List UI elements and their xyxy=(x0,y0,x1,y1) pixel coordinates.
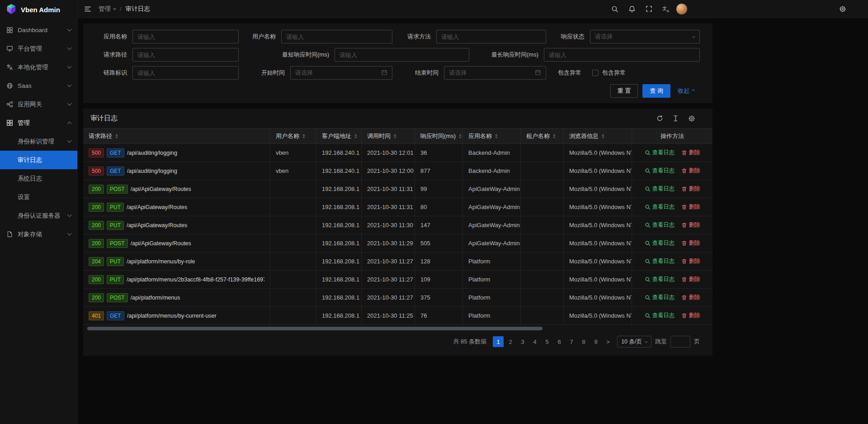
sidebar-item-system-log[interactable]: 系统日志 xyxy=(0,169,77,188)
cell-response-time: 375 xyxy=(415,289,463,306)
column-header-ip[interactable]: 客户端地址 xyxy=(316,129,362,143)
sidebar-item-audit-log[interactable]: 审计日志 xyxy=(0,151,77,169)
view-log-button[interactable]: 查看日志 xyxy=(645,239,675,247)
page-button-3[interactable]: 3 xyxy=(517,336,528,347)
sort-icon[interactable] xyxy=(302,134,305,138)
end-time-picker[interactable]: 请选择 xyxy=(444,66,546,80)
delete-button[interactable]: 删除 xyxy=(681,167,700,175)
horizontal-scrollbar[interactable] xyxy=(86,327,710,330)
column-header-time[interactable]: 调用时间 xyxy=(362,129,415,143)
delete-button[interactable]: 删除 xyxy=(681,149,700,157)
column-header-tenant[interactable]: 租户名称 xyxy=(521,129,564,143)
column-header-path[interactable]: 请求路径 xyxy=(83,129,270,143)
page-button-8[interactable]: 8 xyxy=(578,336,589,347)
table-row: 204PUT/api/platform/menus/by-role192.168… xyxy=(83,252,712,271)
view-log-button[interactable]: 查看日志 xyxy=(645,167,675,175)
saas-icon xyxy=(6,82,14,90)
sort-icon[interactable] xyxy=(553,134,556,138)
page-button-4[interactable]: 4 xyxy=(529,336,540,347)
view-log-button[interactable]: 查看日志 xyxy=(645,257,675,265)
sidebar-item-app-gateway[interactable]: 应用网关 xyxy=(0,95,77,114)
max-response-time-input[interactable] xyxy=(544,48,700,62)
column-header-ms[interactable]: 响应时间(ms) xyxy=(415,129,463,143)
reset-button[interactable]: 重 置 xyxy=(610,84,638,98)
page-size-select[interactable]: 10 条/页 xyxy=(617,336,651,348)
trace-id-input[interactable] xyxy=(132,66,239,80)
settings-button[interactable] xyxy=(839,5,846,13)
search-button[interactable]: 查 询 xyxy=(642,84,670,98)
cell-app-name: Platform xyxy=(463,252,521,270)
response-status-select[interactable]: 请选择 xyxy=(590,30,700,43)
bell-icon[interactable] xyxy=(628,5,636,13)
delete-button[interactable]: 删除 xyxy=(681,239,700,247)
main-area: 管理 / 审计日志 文A 应用名称 用户名称 xyxy=(78,0,868,424)
jump-page-input[interactable] xyxy=(670,336,690,348)
scrollbar-thumb[interactable] xyxy=(87,327,542,330)
page-button-5[interactable]: 5 xyxy=(542,336,552,347)
request-method-input[interactable] xyxy=(436,30,546,43)
chevron-down-icon xyxy=(67,46,72,50)
sort-icon[interactable] xyxy=(394,134,396,138)
page-button-6[interactable]: 6 xyxy=(554,336,565,347)
search-icon[interactable] xyxy=(611,5,618,13)
gear-icon[interactable] xyxy=(688,115,695,122)
sidebar-item-dashboard[interactable]: Dashboard xyxy=(0,21,77,39)
min-response-time-input[interactable] xyxy=(335,48,469,62)
delete-button[interactable]: 删除 xyxy=(681,221,700,229)
fullscreen-icon[interactable] xyxy=(646,5,652,12)
delete-button[interactable]: 删除 xyxy=(681,294,700,301)
view-log-button[interactable]: 查看日志 xyxy=(645,276,675,283)
breadcrumb-root[interactable]: 管理 xyxy=(99,5,116,13)
delete-button[interactable]: 删除 xyxy=(681,185,700,193)
cell-response-time: 109 xyxy=(415,271,463,288)
delete-button[interactable]: 删除 xyxy=(681,276,700,283)
user-name-input[interactable] xyxy=(281,30,392,43)
app-logo[interactable]: Vben Admin xyxy=(0,0,77,19)
sort-icon[interactable] xyxy=(602,134,604,138)
delete-button[interactable]: 删除 xyxy=(681,257,700,265)
sort-icon[interactable] xyxy=(495,134,498,138)
column-height-icon[interactable] xyxy=(672,115,679,122)
delete-button[interactable]: 删除 xyxy=(681,203,700,211)
view-log-label: 查看日志 xyxy=(652,185,675,193)
sidebar-item-object-storage[interactable]: 对象存储 xyxy=(0,225,77,243)
sort-icon[interactable] xyxy=(115,134,118,138)
column-header-app[interactable]: 应用名称 xyxy=(463,129,521,143)
page-button-2[interactable]: 2 xyxy=(505,336,516,347)
start-time-picker[interactable]: 请选择 xyxy=(290,66,392,80)
view-log-button[interactable]: 查看日志 xyxy=(645,185,675,193)
magnifier-icon xyxy=(645,276,651,282)
user-avatar[interactable] xyxy=(676,4,687,14)
sort-icon[interactable] xyxy=(354,134,357,138)
request-path-input[interactable] xyxy=(132,48,239,62)
view-log-button[interactable]: 查看日志 xyxy=(645,312,675,319)
page-button-1[interactable]: 1 xyxy=(493,336,504,347)
view-log-button[interactable]: 查看日志 xyxy=(645,294,675,301)
translate-icon[interactable]: 文A xyxy=(662,5,670,12)
refresh-icon[interactable] xyxy=(656,115,663,122)
page-button-7[interactable]: 7 xyxy=(566,336,577,347)
menu-fold-icon[interactable] xyxy=(84,5,91,13)
sidebar-item-auth-server[interactable]: 身份认证服务器 xyxy=(0,206,77,225)
sidebar-item-platform-management[interactable]: 平台管理 xyxy=(0,39,77,58)
sidebar-item-management[interactable]: 管理 xyxy=(0,114,77,132)
trash-icon xyxy=(681,222,687,228)
sidebar-item-localization-management[interactable]: 本地化管理 xyxy=(0,58,77,76)
view-log-button[interactable]: 查看日志 xyxy=(645,203,675,211)
next-page-button[interactable]: > xyxy=(603,336,613,347)
include-exception-checkbox[interactable] xyxy=(592,70,599,76)
sidebar-item-settings[interactable]: 设置 xyxy=(0,188,77,206)
delete-button[interactable]: 删除 xyxy=(681,312,700,319)
sidebar-item-identity-management[interactable]: 身份标识管理 xyxy=(0,132,77,151)
view-log-button[interactable]: 查看日志 xyxy=(645,221,675,229)
column-header-user[interactable]: 用户名称 xyxy=(270,129,316,143)
sidebar-item-saas[interactable]: Saas xyxy=(0,76,77,95)
collapse-button[interactable]: 收起 xyxy=(678,87,694,95)
sort-icon[interactable] xyxy=(459,134,462,138)
grid-toolbar xyxy=(656,115,695,122)
app-name-input[interactable] xyxy=(132,30,239,43)
column-header-browser[interactable]: 浏览器信息 xyxy=(564,129,632,143)
page-button-9[interactable]: 9 xyxy=(590,336,601,347)
cell-path: 500GET/api/auditing/logging xyxy=(83,144,270,162)
view-log-button[interactable]: 查看日志 xyxy=(645,149,675,157)
